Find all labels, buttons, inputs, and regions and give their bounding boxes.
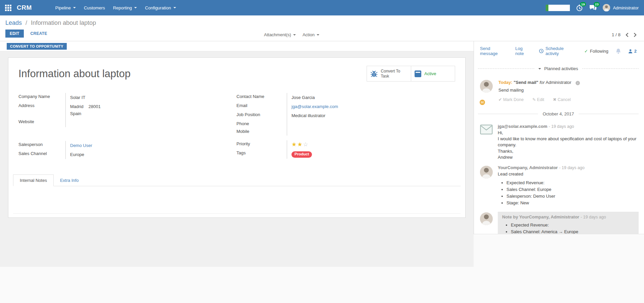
company-name-value: Solar IT	[65, 93, 226, 102]
message-author: Note by YourCompany, Administrator- 19 d…	[502, 214, 634, 219]
app-title: CRM	[17, 4, 32, 11]
planned-activity-item: ✉ Today: "Send mail" for Administrator i…	[478, 80, 639, 102]
action-dropdown[interactable]: Action	[303, 32, 319, 37]
followers-count: 2	[634, 49, 637, 54]
message-bullet-list: Expected Revenue: Sales Channel: Europe …	[506, 180, 639, 205]
systray: 19 23 Administrator	[546, 4, 644, 12]
edit-activity-button[interactable]: ✎ Edit	[532, 97, 544, 102]
email-activity-badge-icon: ✉	[479, 99, 486, 106]
field-sales-channel: Sales Channel Europe	[18, 150, 226, 159]
activity-count-badge: 19	[580, 2, 586, 7]
field-website: Website	[18, 118, 226, 127]
breadcrumb-leads-link[interactable]: Leads	[5, 19, 22, 26]
log-note-button[interactable]: Log note	[515, 46, 532, 56]
menu-pipeline[interactable]: Pipeline	[51, 3, 80, 13]
activity-assignee: Administrator	[546, 80, 572, 85]
internal-notes-content	[13, 186, 461, 214]
message-author: YourCompany, Administrator- 19 days ago	[498, 165, 639, 170]
pager-previous-icon[interactable]	[626, 33, 629, 37]
user-menu[interactable]: Administrator	[603, 4, 639, 11]
chatter-panel: Send message Log note Schedule activity …	[474, 41, 644, 234]
breadcrumb: Leads / Information about laptop	[5, 19, 644, 27]
form-sheet: Information about laptop	[8, 57, 466, 218]
form-view: CONVERT TO OPPORTUNITY Information about…	[0, 41, 474, 267]
convert-to-opportunity-button[interactable]: CONVERT TO OPPORTUNITY	[7, 43, 67, 50]
star-filled-icon[interactable]: ★	[291, 141, 297, 148]
message-email: jga@solar.example.com- 19 days ago Hi, I…	[478, 124, 639, 160]
message-lead-created: YourCompany, Administrator- 19 days ago …	[478, 165, 639, 207]
edit-button[interactable]: EDIT	[5, 30, 24, 38]
menu-configuration[interactable]: Configuration	[141, 3, 180, 13]
following-button[interactable]: ✓ Following	[584, 49, 608, 54]
control-buttons: EDIT CREATE	[5, 30, 644, 38]
field-salesperson: Salesperson Demo User	[18, 141, 226, 150]
schedule-activity-button[interactable]: Schedule activity	[539, 46, 577, 56]
mobile-value	[287, 128, 455, 136]
apps-grid-icon[interactable]	[5, 5, 11, 11]
activities-clock-icon[interactable]: 19	[576, 4, 583, 12]
planned-activities-separator: Planned activities	[478, 66, 639, 71]
followers-button[interactable]: 2	[628, 49, 637, 54]
page-title: Information about laptop	[18, 68, 130, 80]
avatar	[603, 4, 610, 11]
chevron-down-icon	[317, 34, 319, 36]
field-address: Address Madrid28001 Spain	[18, 102, 226, 118]
pager-next-icon[interactable]	[634, 33, 637, 37]
cancel-activity-button[interactable]: ✖ Cancel	[553, 97, 571, 102]
message-bullet-list: Expected Revenue: Sales Channel: America…	[511, 222, 634, 234]
menu-reporting[interactable]: Reporting	[109, 3, 141, 13]
star-filled-icon[interactable]: ★	[297, 141, 303, 148]
tab-internal-notes[interactable]: Internal Notes	[13, 174, 54, 186]
job-position-value: Medical illustrator	[287, 111, 455, 120]
user-name: Administrator	[613, 5, 639, 10]
send-message-button[interactable]: Send message	[480, 46, 508, 56]
record-pager: 1 / 8	[612, 32, 637, 37]
date-separator: October 4, 2017	[478, 111, 639, 116]
bell-icon[interactable]	[615, 48, 621, 54]
contact-name-value: Jose Garcia	[287, 93, 455, 102]
statusbar: CONVERT TO OPPORTUNITY	[0, 41, 474, 51]
activity-avatar: ✉	[480, 80, 493, 102]
sheet-background: Information about laptop	[0, 51, 474, 267]
notebook-tabs: Internal Notes Extra Info	[13, 174, 461, 186]
create-button[interactable]: CREATE	[31, 31, 47, 36]
message-time: - 19 days ago	[549, 124, 574, 129]
email-link[interactable]: jga@solar.example.com	[291, 104, 338, 109]
sales-channel-value: Europe	[65, 150, 226, 159]
active-toggle-button[interactable]: Active	[411, 66, 455, 81]
control-panel: Leads / Information about laptop EDIT CR…	[0, 15, 644, 41]
archive-icon	[415, 70, 421, 77]
field-priority: Priority ★★☆	[236, 140, 455, 149]
phone-value	[287, 120, 455, 128]
priority-stars: ★★☆	[291, 141, 309, 148]
convert-to-task-button[interactable]: Convert To Task	[367, 66, 411, 81]
field-job-position: Job Position Medical illustrator	[236, 111, 455, 120]
fields-left-column: Company Name Solar IT Address Madrid2800…	[18, 93, 226, 159]
field-phone: Phone	[236, 120, 455, 128]
breadcrumb-current: Information about laptop	[31, 19, 96, 26]
fields-right-column: Contact Name Jose Garcia Email jga@solar…	[236, 93, 455, 159]
tab-extra-info[interactable]: Extra Info	[54, 175, 85, 186]
pager-value[interactable]: 1 / 8	[612, 32, 621, 37]
chatter-actions: Send message Log note Schedule activity …	[478, 45, 639, 59]
chevron-down-icon	[293, 34, 296, 36]
clock-icon	[539, 49, 544, 53]
field-mobile: Mobile	[236, 128, 455, 136]
progress-fill	[546, 5, 548, 11]
salesperson-link[interactable]: Demo User	[70, 143, 92, 148]
systray-progress-bar[interactable]	[546, 5, 570, 11]
info-icon[interactable]: i	[576, 81, 580, 85]
star-empty-icon[interactable]: ☆	[303, 141, 309, 148]
chevron-down-icon	[73, 7, 76, 8]
message-author: jga@solar.example.com- 19 days ago	[498, 124, 639, 129]
planned-activities-toggle[interactable]: Planned activities	[538, 66, 578, 71]
bug-icon	[370, 70, 378, 78]
avatar	[480, 165, 493, 207]
attachments-dropdown[interactable]: Attachment(s)	[264, 32, 296, 37]
website-value	[65, 118, 226, 127]
menu-customers[interactable]: Customers	[80, 3, 109, 13]
note-body: Note by YourCompany, Administrator- 19 d…	[498, 212, 639, 234]
mark-done-button[interactable]: ✔ Mark Done	[498, 97, 524, 102]
main-content: CONVERT TO OPPORTUNITY Information about…	[0, 41, 644, 303]
messages-chat-icon[interactable]: 23	[589, 4, 597, 11]
